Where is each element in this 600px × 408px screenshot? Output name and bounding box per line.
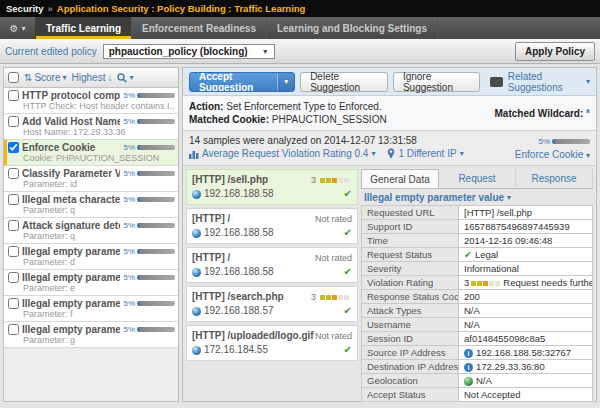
main-tab-label: Learning and Blocking Settings xyxy=(277,23,427,34)
suggestion-score: 5% xyxy=(123,91,175,100)
main-tab[interactable]: Learning and Blocking Settings xyxy=(267,17,438,39)
row-status-icon xyxy=(464,377,473,386)
ignore-suggestion-button[interactable]: Ignore Suggestion xyxy=(393,72,480,92)
row-value-text: [HTTP] /sell.php xyxy=(464,207,532,218)
sample-item[interactable]: [HTTP] /sell.php 3 192.168.188.58 xyxy=(186,169,358,205)
select-all-checkbox[interactable] xyxy=(8,72,19,83)
chevron-down-icon: ▾ xyxy=(63,73,67,82)
chevron-down-icon: ▾ xyxy=(284,77,288,86)
main-content: ⇅ Score ▾ Highest ↓ ▾ HTTP protocol comp… xyxy=(0,64,600,405)
score-bar xyxy=(137,327,175,332)
delete-suggestion-button[interactable]: Delete Suggestion xyxy=(300,72,388,92)
action-line: Action: Set Enforcement Type to Enforced… xyxy=(189,100,495,113)
sample-item[interactable]: [HTTP] /search.php 3 192.168.188.57 xyxy=(186,286,358,322)
suggestions-list: HTTP protocol compliance fa... 5% HTTP C… xyxy=(4,88,178,348)
suggestion-checkbox[interactable] xyxy=(8,324,19,335)
row-value: N/A xyxy=(459,304,593,318)
gear-icon: ⚙ xyxy=(10,23,19,34)
main-tab[interactable]: Enforcement Readiness xyxy=(132,17,267,39)
table-row: Session ID af0148455098c8a5 xyxy=(362,332,593,346)
suggestion-item[interactable]: Illegal empty parameter value 5% Paramet… xyxy=(4,244,178,270)
accept-suggestion-button[interactable]: Accept Suggestion ▾ xyxy=(189,72,295,92)
check-icon xyxy=(344,343,352,357)
suggestion-score: 5% xyxy=(123,325,175,334)
score-bar xyxy=(137,119,175,124)
details-tab[interactable]: Request xyxy=(439,169,516,188)
suggestion-item[interactable]: Attack signature detected 5% Parameter: … xyxy=(4,218,178,244)
action-text: Set Enforcement Type to Enforced. xyxy=(226,101,381,112)
breadcrumb-root[interactable]: Security xyxy=(6,3,44,14)
main-tab[interactable]: Traffic Learning xyxy=(36,17,132,39)
row-value-text: N/A xyxy=(464,305,480,316)
suggestion-item[interactable]: Add Valid Host Name 5% Host Name: 172.29… xyxy=(4,114,178,140)
score-bar xyxy=(137,171,175,176)
globe-icon xyxy=(192,307,201,316)
sort-score-control[interactable]: ⇅ Score ▾ xyxy=(24,72,67,83)
score-bar xyxy=(137,145,175,150)
policy-select-value: phpauction_policy (blocking) xyxy=(109,46,248,57)
details-tab[interactable]: Response xyxy=(516,169,593,188)
sample-item[interactable]: [HTTP] / Not rated 192.168.188.58 xyxy=(186,247,358,283)
options-gear-button[interactable]: ⚙ ▾ xyxy=(0,17,36,39)
check-icon xyxy=(344,304,352,318)
row-value-text: 16578875496897445939 xyxy=(464,221,570,232)
row-value: 192.168.188.58:32767 xyxy=(459,346,593,360)
different-ip-control[interactable]: 1 Different IP ▾ xyxy=(387,147,463,160)
suggestion-item[interactable]: Classify Parameter Value T... 5% Paramet… xyxy=(4,166,178,192)
violation-link[interactable]: Illegal empty parameter value ▾ xyxy=(361,189,593,205)
suggestion-checkbox[interactable] xyxy=(8,220,19,231)
suggestion-item[interactable]: Illegal meta character in va... 5% Param… xyxy=(4,192,178,218)
suggestion-checkbox[interactable] xyxy=(8,142,19,153)
sample-item[interactable]: [HTTP] / Not rated 192.168.188.58 xyxy=(186,208,358,244)
comment-icon[interactable] xyxy=(490,77,502,87)
globe-icon xyxy=(192,190,201,199)
matched-wildcard-label: Matched Wildcard: xyxy=(495,108,584,119)
sort-label: Score xyxy=(34,72,60,83)
suggestion-checkbox[interactable] xyxy=(8,272,19,283)
sort-order-control[interactable]: Highest ↓ xyxy=(72,72,113,83)
breadcrumb: Security » Application Security : Policy… xyxy=(0,0,600,17)
table-row: Source IP Address 192.168.188.58:32767 xyxy=(362,346,593,360)
suggestion-checkbox[interactable] xyxy=(8,90,19,101)
sample-rating-label: Not rated xyxy=(315,329,352,343)
location-pin-icon xyxy=(387,148,395,159)
suggestion-checkbox[interactable] xyxy=(8,194,19,205)
suggestion-checkbox[interactable] xyxy=(8,116,19,127)
rating-squares xyxy=(471,281,501,286)
details-tab[interactable]: General Data xyxy=(361,169,439,188)
matched-cookie-value: PHPAUCTION_SESSION xyxy=(272,114,387,125)
chevron-down-icon: ▾ xyxy=(507,193,511,202)
suggestion-checkbox[interactable] xyxy=(8,246,19,257)
related-suggestions-link[interactable]: Related Suggestions ▾ xyxy=(508,71,590,93)
avg-violation-rating-control[interactable]: Average Request Violation Rating 0.4 ▾ xyxy=(189,147,375,160)
suggestion-checkbox[interactable] xyxy=(8,168,19,179)
suggestion-item[interactable]: Enforce Cookie 5% Cookie: PHPAUCTION_SES… xyxy=(4,140,178,166)
current-edited-policy-link[interactable]: Current edited policy xyxy=(5,46,97,57)
sample-ip: 172.16.184.55 xyxy=(204,343,268,357)
apply-policy-button[interactable]: Apply Policy xyxy=(515,42,595,61)
suggestion-item[interactable]: HTTP protocol compliance fa... 5% HTTP C… xyxy=(4,88,178,114)
suggestion-score: 5% xyxy=(123,143,175,152)
sample-item[interactable]: [HTTP] /uploaded/logo.gif Not rated 172.… xyxy=(186,325,358,361)
suggestion-checkbox[interactable] xyxy=(8,298,19,309)
suggestion-item[interactable]: Illegal empty parameter val... 5% Parame… xyxy=(4,322,178,348)
accept-suggestion-dropdown[interactable]: ▾ xyxy=(277,73,294,91)
policy-select[interactable]: phpauction_policy (blocking) ▼ xyxy=(103,44,275,59)
suggestion-item[interactable]: Illegal empty parameter val... 5% Parame… xyxy=(4,296,178,322)
row-value-text: N/A xyxy=(464,319,480,330)
suggestion-item[interactable]: Illegal empty parameter val... 5% Parame… xyxy=(4,270,178,296)
related-suggestions-label: Related Suggestions xyxy=(508,71,583,93)
sample-ip: 192.168.188.58 xyxy=(204,187,274,201)
matched-wildcard-value[interactable]: * xyxy=(586,108,590,119)
action-label: Action: xyxy=(189,101,223,112)
sample-rating-label: 3 xyxy=(311,290,316,304)
entity-link[interactable]: Enforce Cookie ▾ xyxy=(515,148,590,162)
suggestion-score: 5% xyxy=(123,247,175,256)
globe-icon xyxy=(192,229,201,238)
search-control[interactable]: ▾ xyxy=(117,73,133,83)
entity-link-label: Enforce Cookie xyxy=(515,149,583,160)
sample-path: [HTTP] /search.php xyxy=(192,290,284,304)
row-value: Not Accepted xyxy=(459,388,593,402)
suggestion-title: Illegal empty parameter val... xyxy=(22,298,120,309)
policy-bar: Current edited policy phpauction_policy … xyxy=(0,39,600,64)
